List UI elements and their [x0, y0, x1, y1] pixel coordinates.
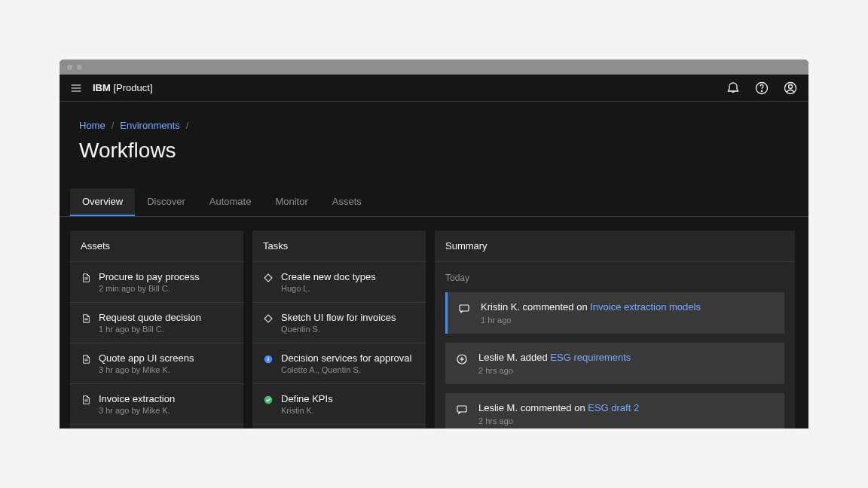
task-meta: Colette A., Quentin S.	[281, 365, 415, 374]
task-item[interactable]: Define KPIsKristin K.	[252, 384, 426, 425]
svg-point-20	[267, 357, 269, 358]
diamond-icon	[263, 273, 274, 283]
summary-today-label: Today	[445, 273, 784, 283]
traffic-light-dot	[67, 65, 72, 70]
activity-text: Leslie M. commented on ESG draft 2	[478, 402, 639, 413]
asset-item[interactable]: Invoice extraction3 hr ago by Mike K.	[70, 384, 243, 425]
task-title: Create new doc types	[281, 271, 415, 282]
asset-meta: 3 hr ago by Mike K.	[99, 365, 233, 374]
document-icon	[81, 313, 91, 324]
task-item[interactable]: Create new doc typesHugo L.	[252, 262, 426, 303]
comment-icon	[456, 404, 468, 416]
activity-link[interactable]: Invoice extraction models	[590, 301, 701, 313]
brand-ibm: IBM	[93, 82, 111, 93]
asset-title: Request quote decision	[99, 312, 233, 323]
task-title: Decision services for approval	[281, 352, 415, 364]
asset-item[interactable]: Request quote decision1 hr ago by Bill C…	[70, 303, 243, 343]
brand-product: [Product]	[113, 82, 152, 93]
task-item[interactable]: Decision services for approvalColette A.…	[252, 343, 426, 384]
tab-discover[interactable]: Discover	[135, 188, 197, 216]
asset-item[interactable]: Quote app UI screens3 hr ago by Mike K.	[70, 343, 243, 384]
traffic-light-dot	[77, 65, 82, 70]
task-item[interactable]: Generate good receipt	[252, 425, 426, 429]
window-chrome	[60, 59, 808, 75]
asset-item[interactable]: Procure to pay process2 min ago by Bill …	[70, 262, 243, 303]
breadcrumb-environments[interactable]: Environments	[120, 120, 179, 131]
activity-time: 2 hrs ago	[478, 416, 639, 425]
breadcrumb-home[interactable]: Home	[79, 120, 105, 131]
diamond-icon	[263, 313, 274, 324]
asset-meta: 1 hr ago by Bill C.	[99, 325, 233, 334]
svg-point-4	[761, 90, 762, 91]
task-title: Sketch UI flow for invoices	[281, 312, 415, 323]
document-icon	[81, 273, 91, 283]
content-area: Assets Procure to pay process2 min ago b…	[60, 217, 808, 429]
svg-rect-18	[264, 315, 272, 322]
asset-meta: 3 hr ago by Mike K.	[99, 406, 233, 415]
tab-overview[interactable]: Overview	[70, 188, 135, 216]
checkmark-filled-icon	[263, 395, 274, 405]
assets-header: Assets	[70, 230, 243, 262]
activity-text: Leslie M. added ESG requirements	[478, 352, 631, 363]
asset-title: Quote app UI screens	[99, 352, 233, 364]
task-item[interactable]: Sketch UI flow for invoicesQuentin S.	[252, 303, 426, 343]
breadcrumb-separator: /	[186, 120, 189, 131]
activity-time: 1 hr ago	[481, 316, 701, 325]
summary-header: Summary	[435, 230, 795, 262]
page-title: Workflows	[79, 139, 789, 163]
breadcrumb-area: Home / Environments / Workflows	[60, 102, 808, 170]
svg-point-6	[789, 84, 793, 88]
notifications-icon[interactable]	[726, 81, 741, 96]
tasks-header: Tasks	[252, 230, 426, 262]
brand: IBM [Product]	[93, 82, 153, 93]
breadcrumb: Home / Environments /	[79, 120, 789, 131]
info-icon	[263, 354, 274, 364]
comment-icon	[458, 303, 470, 315]
top-header: IBM [Product]	[60, 75, 808, 102]
assets-panel: Assets Procure to pay process2 min ago b…	[70, 230, 243, 429]
task-meta: Kristin K.	[281, 406, 415, 415]
document-icon	[81, 395, 91, 405]
summary-panel: Summary Today Kristin K. commented on In…	[435, 230, 795, 429]
svg-rect-28	[457, 406, 466, 412]
menu-icon[interactable]	[70, 82, 82, 94]
asset-meta: 2 min ago by Bill C.	[99, 284, 233, 293]
svg-rect-21	[267, 358, 268, 361]
activity-item[interactable]: Kristin K. commented on Invoice extracti…	[445, 292, 784, 334]
help-icon[interactable]	[754, 81, 769, 96]
tab-assets[interactable]: Assets	[320, 188, 374, 216]
tab-monitor[interactable]: Monitor	[263, 188, 319, 216]
asset-item[interactable]: Invoice validation	[70, 425, 243, 429]
document-icon	[81, 354, 91, 364]
task-meta: Hugo L.	[281, 284, 415, 293]
activity-link[interactable]: ESG draft 2	[588, 402, 639, 413]
activity-item[interactable]: Leslie M. added ESG requirements 2 hrs a…	[445, 343, 784, 384]
activity-link[interactable]: ESG requirements	[550, 352, 631, 363]
task-title: Define KPIs	[281, 393, 415, 404]
breadcrumb-separator: /	[112, 120, 115, 131]
svg-rect-24	[460, 305, 469, 311]
asset-title: Procure to pay process	[99, 271, 233, 282]
add-icon	[456, 353, 468, 365]
asset-title: Invoice extraction	[99, 393, 233, 404]
user-avatar-icon[interactable]	[783, 81, 798, 96]
tasks-panel: Tasks Create new doc typesHugo L. Sketch…	[252, 230, 426, 429]
activity-time: 2 hrs ago	[478, 366, 631, 375]
tabs: Overview Discover Automate Monitor Asset…	[60, 170, 808, 217]
activity-item[interactable]: Leslie M. commented on ESG draft 2 2 hrs…	[445, 393, 784, 429]
tab-automate[interactable]: Automate	[197, 188, 264, 216]
task-meta: Quentin S.	[281, 325, 415, 334]
activity-text: Kristin K. commented on Invoice extracti…	[481, 301, 701, 313]
svg-rect-17	[264, 274, 272, 282]
